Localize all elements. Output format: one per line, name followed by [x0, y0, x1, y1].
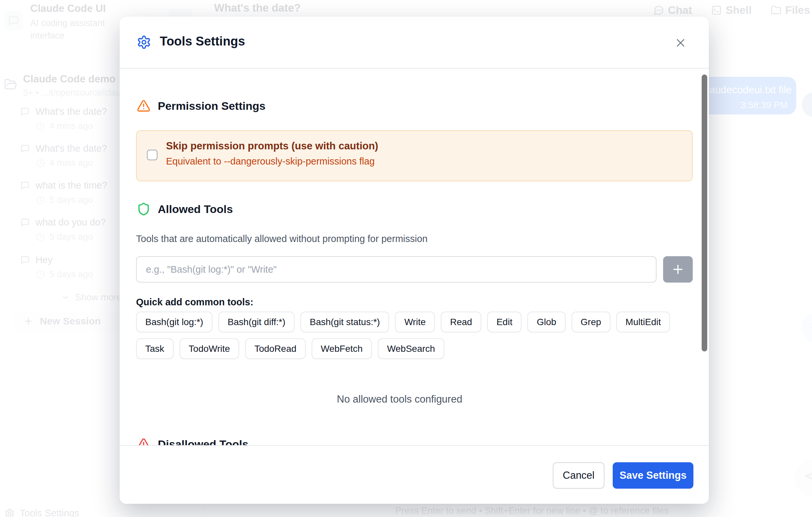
quick-tool-button[interactable]: WebSearch: [378, 338, 444, 359]
quick-tool-button[interactable]: Bash(git diff:*): [219, 311, 294, 332]
quick-tool-button[interactable]: Write: [395, 311, 435, 332]
quick-add-label: Quick add common tools:: [136, 297, 253, 308]
quick-tool-button[interactable]: Bash(git status:*): [300, 311, 389, 332]
close-button[interactable]: [674, 36, 689, 50]
settings-gear-icon: [137, 35, 151, 50]
skip-permissions-title: Skip permission prompts (use with cautio…: [166, 140, 378, 152]
cancel-button[interactable]: Cancel: [553, 462, 605, 489]
quick-tool-button[interactable]: Edit: [487, 311, 521, 332]
permission-settings-heading: Permission Settings: [137, 99, 265, 113]
alert-triangle-icon: [137, 437, 150, 445]
skip-permissions-subtitle: Equivalent to --dangerously-skip-permiss…: [166, 156, 375, 167]
quick-add-chips: Bash(git log:*) Bash(git diff:*) Bash(gi…: [136, 311, 696, 359]
quick-tool-button[interactable]: TodoRead: [245, 338, 306, 359]
warning-triangle-icon: [137, 99, 150, 113]
quick-tool-button[interactable]: Read: [441, 311, 481, 332]
plus-icon: [671, 263, 685, 276]
modal-header: Tools Settings: [120, 17, 709, 69]
tools-settings-modal: Tools Settings Permission Settings Skip …: [120, 17, 709, 504]
quick-tool-button[interactable]: Task: [136, 338, 174, 359]
modal-footer: Cancel Save Settings: [120, 445, 709, 504]
quick-tool-button[interactable]: WebFetch: [312, 338, 372, 359]
save-settings-button[interactable]: Save Settings: [613, 462, 693, 489]
quick-tool-button[interactable]: Glob: [527, 311, 565, 332]
allowed-tools-heading: Allowed Tools: [137, 202, 233, 216]
quick-tool-button[interactable]: MultiEdit: [616, 311, 670, 332]
allowed-tool-input[interactable]: [136, 256, 657, 282]
close-icon: [674, 36, 687, 50]
skip-permissions-box: Skip permission prompts (use with cautio…: [136, 130, 693, 181]
modal-content: Permission Settings Skip permission prom…: [120, 69, 709, 445]
quick-tool-button[interactable]: TodoWrite: [179, 338, 239, 359]
add-tool-button[interactable]: [663, 256, 693, 282]
allowed-tools-description: Tools that are automatically allowed wit…: [136, 234, 428, 244]
disallowed-tools-heading: Disallowed Tools: [137, 437, 249, 445]
modal-title: Tools Settings: [160, 34, 245, 49]
skip-permissions-checkbox[interactable]: [147, 150, 157, 160]
no-allowed-tools-text: No allowed tools configured: [120, 393, 679, 405]
quick-tool-button[interactable]: Grep: [572, 311, 610, 332]
quick-tool-button[interactable]: Bash(git log:*): [136, 311, 212, 332]
modal-scrollbar-thumb[interactable]: [702, 75, 707, 352]
shield-icon: [137, 202, 150, 216]
